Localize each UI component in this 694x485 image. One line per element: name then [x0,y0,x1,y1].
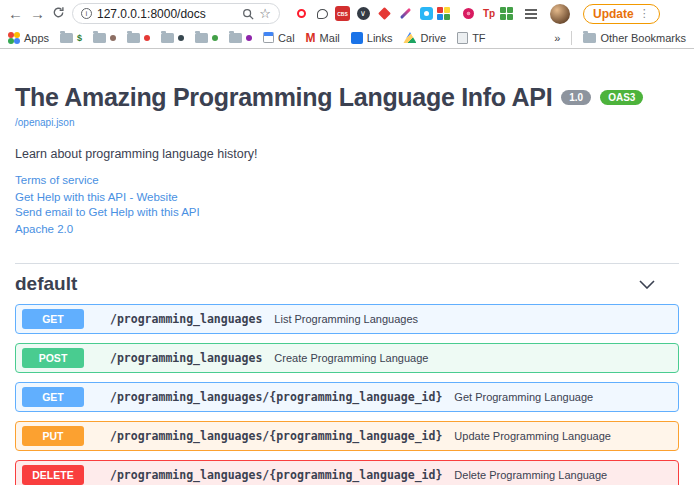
apps-shortcut[interactable]: Apps [8,32,49,44]
drive-icon [403,32,416,43]
lips-glyph [144,35,150,41]
mail-label: Mail [320,32,340,44]
list-icon[interactable] [523,6,539,22]
bookmark-glyph [178,35,184,41]
license-link[interactable]: Apache 2.0 [15,222,679,237]
bookmark-cal[interactable]: Cal [263,32,295,44]
bookmark-drive[interactable]: Drive [403,32,446,44]
method-badge: GET [22,309,84,329]
method-badge: PUT [22,426,84,446]
bookmark-folder-paw[interactable] [93,33,116,43]
method-badge: POST [22,348,84,368]
bookmark-folder-dark[interactable] [161,33,184,43]
bookmark-links[interactable]: Links [351,32,393,44]
forward-button[interactable]: → [30,6,45,21]
profile-avatar[interactable] [550,4,570,24]
folder-icon [60,33,73,43]
endpoint-row-get-language[interactable]: GET /programming_languages/{programming_… [15,382,679,412]
bookmark-folder-lips[interactable] [127,33,150,43]
back-button[interactable]: ← [8,6,23,21]
reload-icon [52,6,65,19]
update-button[interactable]: Update ⋮ [583,4,660,24]
endpoint-row-list-languages[interactable]: GET /programming_languages List Programm… [15,304,679,334]
cbs-icon[interactable]: CBS [335,6,350,21]
reload-button[interactable] [52,6,65,21]
pocket-glyph: ∨ [357,7,370,20]
tf-icon [457,32,468,44]
openapi-spec-link[interactable]: /openapi.json [15,117,75,128]
help-email-link[interactable]: Send email to Get Help with this API [15,205,679,220]
url-text[interactable]: 127.0.0.1:8000/docs [97,7,237,21]
pen-icon[interactable] [397,6,413,22]
diamond-icon[interactable] [376,6,392,22]
endpoint-summary: Update Programming Language [454,430,611,442]
version-badge: 1.0 [561,90,591,105]
site-info-icon[interactable]: i [81,8,92,19]
endpoint-summary: Delete Programming Language [454,469,607,481]
section-header-default[interactable]: default [15,264,679,304]
endpoint-path: /programming_languages/{programming_lang… [110,468,442,482]
folder-icon [161,33,174,43]
pen-glyph [399,8,410,19]
other-bookmarks-folder[interactable]: Other Bookmarks [583,32,686,44]
bookmark-folder-green[interactable] [195,33,218,43]
bookmark-tf[interactable]: TF [457,32,485,44]
mosaic-glyph [437,7,443,13]
endpoint-row-create-language[interactable]: POST /programming_languages Create Progr… [15,343,679,373]
flower-icon[interactable] [460,6,476,22]
green-grid-icon[interactable] [502,6,518,22]
chat-glyph [317,9,328,19]
oas3-badge: OAS3 [600,90,643,105]
folder-icon [195,33,208,43]
bookmarks-divider [571,31,572,45]
folder-icon [229,33,242,43]
paw-glyph [110,35,116,41]
address-bar[interactable]: i 127.0.0.1:8000/docs ☆ [72,3,280,24]
zoom-icon[interactable] [242,8,254,20]
bookmarks-overflow-chevron[interactable]: » [554,32,560,44]
list-glyph [525,9,537,11]
red-ring-glyph [297,9,306,18]
chat-bubble-icon[interactable] [314,6,330,22]
apps-label: Apps [24,32,49,44]
overflow-label: » [554,32,560,44]
dollar-glyph: $ [77,33,82,43]
chevron-down-icon[interactable] [639,280,655,289]
bookmark-mail[interactable]: M Mail [306,31,340,45]
help-website-link[interactable]: Get Help with this API - Website [15,190,679,205]
swagger-page: The Amazing Programming Language Info AP… [0,49,694,485]
browser-toolbar: ← → i 127.0.0.1:8000/docs ☆ CBS ∨ Tp Upd… [0,0,694,27]
title-row: The Amazing Programming Language Info AP… [15,83,679,112]
update-label: Update [593,7,634,21]
green-grid-glyph [500,7,506,13]
mosaic-icon[interactable] [439,6,455,22]
terms-of-service-link[interactable]: Terms of service [15,173,679,188]
method-badge: DELETE [22,465,84,485]
folder-icon [93,33,106,43]
bookmark-folder-dollar[interactable]: $ [60,33,82,43]
method-badge: GET [22,387,84,407]
bookmarks-bar: Apps $ Cal M Mail Links Drive T [0,27,694,49]
section-title: default [15,273,77,295]
menu-dots-icon: ⋮ [639,7,650,20]
endpoint-row-update-language[interactable]: PUT /programming_languages/{programming_… [15,421,679,451]
endpoint-path: /programming_languages [110,312,262,326]
pocket-icon[interactable]: ∨ [355,6,371,22]
apps-grid-icon [8,32,14,38]
other-bookmarks-label: Other Bookmarks [600,32,686,44]
bookmark-folder-purple[interactable] [229,33,252,43]
camera-icon[interactable] [418,6,434,22]
tp-icon[interactable]: Tp [481,6,497,22]
bookmark-star-icon[interactable]: ☆ [259,6,271,21]
endpoint-summary: Create Programming Language [274,352,428,364]
endpoint-summary: Get Programming Language [454,391,593,403]
gmail-icon: M [306,31,316,45]
drive-label: Drive [420,32,446,44]
folder-icon [127,33,140,43]
folder-icon [583,33,596,43]
extensions-row: CBS ∨ Tp [293,6,539,22]
camera-glyph [420,7,433,20]
endpoint-row-delete-language[interactable]: DELETE /programming_languages/{programmi… [15,460,679,485]
links-icon [351,32,363,44]
red-ring-icon[interactable] [293,6,309,22]
